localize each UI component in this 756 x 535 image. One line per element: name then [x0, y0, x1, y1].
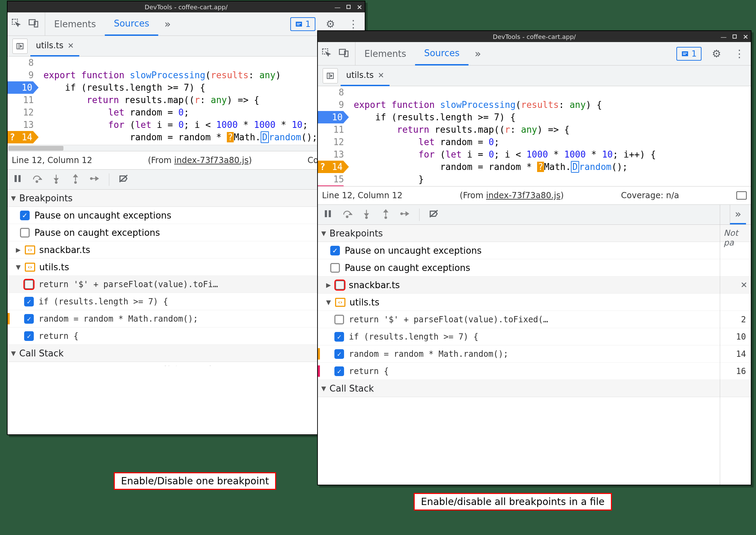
- kebab-menu[interactable]: ⋮: [732, 48, 747, 60]
- deactivate-breakpoints-icon[interactable]: [118, 173, 129, 186]
- tabs-overflow[interactable]: »: [158, 12, 177, 36]
- close-button[interactable]: ×: [356, 4, 363, 10]
- step-into-icon[interactable]: [51, 173, 61, 186]
- t: *: [275, 120, 292, 130]
- gear-icon[interactable]: ⚙: [323, 18, 338, 30]
- checkbox[interactable]: [330, 263, 340, 273]
- tab-sources[interactable]: Sources: [415, 42, 468, 65]
- issues-badge[interactable]: 1: [676, 47, 702, 61]
- t: D: [571, 161, 579, 173]
- t: any: [259, 70, 275, 80]
- bp-row-4[interactable]: return { 16: [318, 363, 751, 380]
- device-icon[interactable]: [28, 18, 39, 30]
- bp-checkbox[interactable]: [334, 366, 344, 376]
- close-button[interactable]: ×: [743, 33, 749, 40]
- t: Math.: [234, 132, 261, 142]
- bp-checkbox-highlighted[interactable]: [24, 280, 34, 289]
- step-out-icon[interactable]: [381, 209, 391, 221]
- bp-checkbox[interactable]: [24, 314, 34, 324]
- sourcemap-from[interactable]: (From index-73f73a80.js): [148, 155, 252, 165]
- pause-caught-row[interactable]: Pause on caught exceptions: [318, 259, 751, 276]
- side-drawer: Not pa: [720, 205, 751, 485]
- bp-row-3[interactable]: random = random * Math.random(); 14: [8, 310, 365, 327]
- show-details-button[interactable]: [736, 191, 747, 200]
- svg-marker-20: [96, 177, 99, 180]
- kebab-menu[interactable]: ⋮: [345, 18, 361, 30]
- conditional-breakpoint-marker[interactable]: 14: [318, 161, 349, 173]
- maximize-button[interactable]: [732, 33, 738, 40]
- checkbox[interactable]: [330, 246, 340, 255]
- checkbox[interactable]: [20, 211, 30, 220]
- caption-right: Enable/disable all breakpoints in a file: [414, 493, 612, 511]
- conditional-breakpoint-marker[interactable]: 14: [8, 131, 39, 143]
- bp-checkbox[interactable]: [334, 332, 344, 342]
- pause-icon[interactable]: [12, 173, 23, 186]
- t: random = random *: [43, 132, 227, 142]
- bp-file-snackbar[interactable]: ▶ snackbar.ts ✕: [318, 276, 751, 294]
- step-icon[interactable]: [90, 173, 100, 186]
- pause-uncaught-row[interactable]: Pause on uncaught exceptions: [318, 242, 751, 259]
- tab-elements[interactable]: Elements: [355, 42, 415, 65]
- bp-file-snackbar[interactable]: ▶ ‹› snackbar.ts: [8, 241, 365, 259]
- inspect-icon[interactable]: [11, 18, 21, 30]
- issues-badge[interactable]: 1: [290, 17, 315, 31]
- t: 1000: [254, 120, 276, 130]
- code-editor[interactable]: 8 9export function slowProcessing(result…: [8, 57, 365, 145]
- step-out-icon[interactable]: [70, 173, 81, 186]
- bp-code: return '$' + parseFloat(value).toFixed(…: [349, 315, 548, 324]
- file-checkbox-highlighted[interactable]: [335, 280, 345, 290]
- section-breakpoints[interactable]: ▼ Breakpoints: [318, 225, 751, 242]
- bp-checkbox[interactable]: [24, 331, 34, 341]
- code-editor[interactable]: 8 9export function slowProcessing(result…: [318, 86, 751, 186]
- pause-uncaught-row[interactable]: Pause on uncaught exceptions: [8, 207, 365, 224]
- h-scrollbar[interactable]: [8, 145, 365, 151]
- section-callstack[interactable]: ▼ Call Stack: [8, 345, 365, 362]
- section-title: Breakpoints: [330, 228, 383, 239]
- bp-row-2[interactable]: if (results.length >= 7) { 10: [318, 328, 751, 345]
- bp-checkbox[interactable]: [334, 315, 344, 324]
- deactivate-breakpoints-icon[interactable]: [429, 209, 439, 221]
- step-into-icon[interactable]: [361, 209, 372, 221]
- logpoint-marker[interactable]: 16: [318, 185, 349, 186]
- bp-row-2[interactable]: if (results.length >= 7) { 10: [8, 293, 365, 310]
- tabs-overflow[interactable]: »: [468, 42, 487, 65]
- maximize-button[interactable]: [345, 4, 352, 10]
- bp-row-1[interactable]: return '$' + parseFloat(value).toFixed(……: [318, 311, 751, 328]
- section-callstack[interactable]: ▼ Call Stack: [318, 380, 751, 397]
- step-over-icon[interactable]: [342, 209, 352, 221]
- breakpoint-marker[interactable]: 10: [8, 81, 39, 94]
- inspect-icon[interactable]: [321, 48, 332, 60]
- close-icon[interactable]: ✕: [68, 41, 74, 50]
- minimize-button[interactable]: —: [720, 33, 727, 40]
- t: (From: [460, 191, 486, 200]
- bp-edge-icon: [318, 348, 320, 360]
- file-tab-utils[interactable]: utils.ts ✕: [30, 36, 79, 57]
- pause-caught-row[interactable]: Pause on caught exceptions: [8, 224, 365, 241]
- bp-row-4[interactable]: return { 16: [8, 327, 365, 345]
- minimize-button[interactable]: —: [334, 4, 341, 10]
- bp-row-1[interactable]: return '$' + parseFloat(value).toFi… ✎ ✕…: [8, 276, 365, 293]
- gear-icon[interactable]: ⚙: [709, 48, 724, 60]
- bp-file-utils[interactable]: ▼ ‹› utils.ts: [318, 294, 751, 311]
- t: Math.: [544, 162, 571, 172]
- t: let: [419, 137, 435, 147]
- navigator-toggle[interactable]: [323, 68, 338, 83]
- file-tab-utils[interactable]: utils.ts ✕: [341, 66, 390, 86]
- checkbox[interactable]: [20, 228, 30, 238]
- tab-sources[interactable]: Sources: [105, 12, 158, 36]
- step-over-icon[interactable]: [32, 173, 42, 186]
- bp-checkbox[interactable]: [24, 297, 34, 306]
- close-icon[interactable]: ✕: [378, 71, 384, 80]
- step-icon[interactable]: [400, 209, 410, 221]
- bp-file-utils[interactable]: ▼ ‹› utils.ts: [8, 259, 365, 276]
- t: :: [249, 70, 259, 80]
- breakpoint-marker[interactable]: 10: [318, 111, 349, 123]
- tab-elements[interactable]: Elements: [45, 12, 105, 36]
- navigator-toggle[interactable]: [12, 39, 28, 54]
- device-icon[interactable]: [339, 48, 349, 60]
- sourcemap-from[interactable]: (From index-73f73a80.js): [460, 191, 564, 200]
- section-breakpoints[interactable]: ▼ Breakpoints: [8, 190, 365, 207]
- pause-icon[interactable]: [323, 209, 333, 221]
- bp-checkbox[interactable]: [334, 349, 344, 359]
- bp-row-3[interactable]: random = random * Math.random(); 14: [318, 345, 751, 363]
